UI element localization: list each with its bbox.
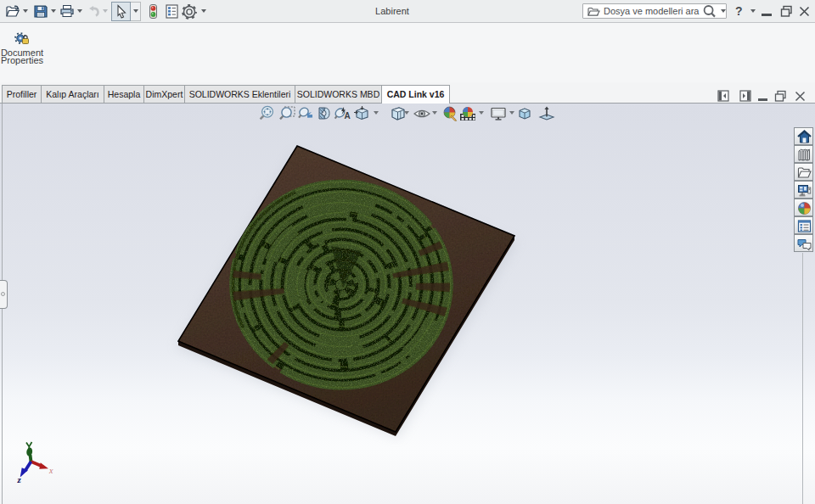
svg-text:x: x [48, 466, 53, 475]
svg-text:z: z [17, 474, 22, 484]
